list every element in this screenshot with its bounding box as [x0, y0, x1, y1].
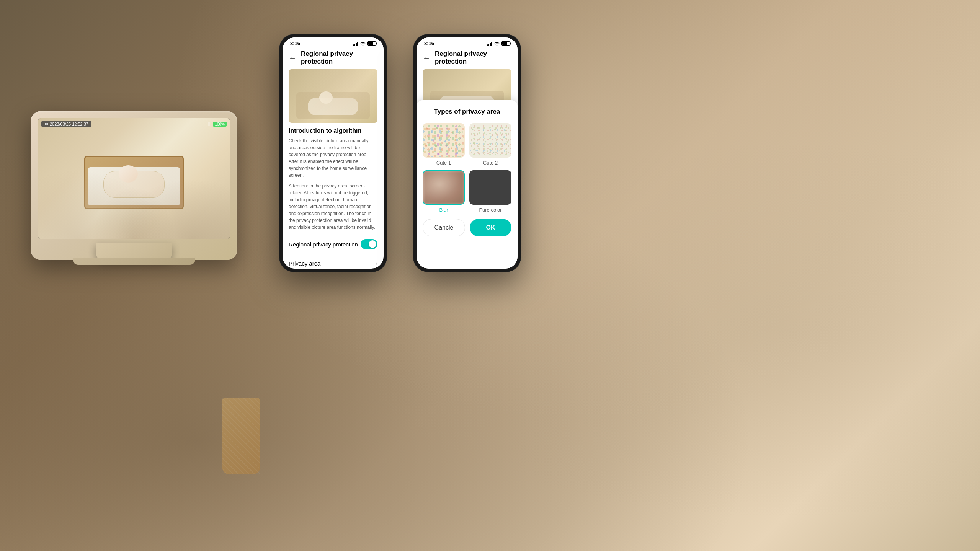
svg-point-16 — [454, 139, 456, 141]
svg-point-9 — [456, 128, 458, 130]
blur-label: Blur — [439, 207, 448, 213]
svg-text:✿: ✿ — [487, 150, 488, 152]
battery-icon — [368, 41, 376, 46]
dialog-title: Types of privacy area — [423, 108, 511, 116]
svg-text:♦: ♦ — [495, 141, 497, 144]
phone-right-header: ← Regional privacy protection — [416, 48, 518, 69]
display-camera-feed: 2023/03/25 12:52:37 ||| 100% — [38, 118, 230, 239]
signal-bars-right — [487, 41, 492, 46]
basket-decoration — [222, 398, 260, 474]
signal-bar-r3 — [490, 43, 491, 46]
svg-point-24 — [456, 145, 457, 147]
privacy-option-cute1[interactable]: Cute 1 — [423, 123, 465, 166]
phone-left-frame: 8:16 — [279, 34, 387, 272]
privacy-option-pure-color[interactable]: Pure color — [469, 170, 511, 213]
svg-text:♦: ♦ — [493, 151, 495, 154]
signal-bars — [353, 41, 358, 46]
phone-left-title: Regional privacy protection — [301, 50, 377, 65]
svg-point-19 — [430, 148, 432, 150]
svg-text:★: ★ — [481, 151, 483, 153]
svg-text:✿: ✿ — [494, 128, 496, 131]
svg-point-3 — [426, 127, 428, 129]
svg-text:✿: ✿ — [490, 143, 491, 145]
phone-right-screen: 8:16 — [416, 37, 518, 269]
svg-text:★: ★ — [472, 128, 474, 131]
privacy-area-label: Privacy area — [289, 260, 320, 267]
svg-rect-2 — [423, 125, 464, 156]
phone-left: 8:16 — [279, 34, 387, 272]
privacy-protection-label: Regional privacy protection — [289, 241, 358, 248]
svg-point-26 — [429, 152, 430, 154]
svg-text:✿: ✿ — [505, 151, 508, 153]
smart-display-screen: 2023/03/25 12:52:37 ||| 100% — [38, 118, 230, 239]
svg-text:♦: ♦ — [483, 129, 485, 132]
signal-bar-4 — [357, 42, 358, 46]
cancel-button[interactable]: Cancle — [423, 219, 465, 236]
phone-left-time: 8:16 — [290, 41, 300, 46]
phone-right-title: Regional privacy protection — [435, 50, 511, 65]
phone-left-screen: 8:16 — [283, 37, 384, 269]
battery-fill — [368, 42, 373, 45]
privacy-area-row[interactable]: Privacy area › — [289, 254, 377, 269]
display-status-bar: 2023/03/25 12:52:37 ||| 100% — [41, 121, 227, 127]
privacy-options-grid: Cute 1 ★ ✿ ♦ ★ ✿ — [423, 123, 511, 213]
svg-point-21 — [440, 149, 442, 150]
algorithm-body1: Check the visible picture area manually … — [289, 137, 377, 179]
cute2-label: Cute 2 — [483, 160, 498, 166]
svg-point-8 — [451, 132, 453, 134]
svg-text:★: ★ — [502, 136, 505, 139]
phone-left-header: ← Regional privacy protection — [283, 48, 384, 69]
camera-preview-wrapper — [283, 69, 384, 123]
svg-point-17 — [460, 137, 461, 139]
ok-button[interactable]: OK — [470, 219, 511, 236]
privacy-area-chevron: › — [375, 259, 377, 267]
phone-right-status-icons — [487, 41, 510, 46]
privacy-toggle-switch[interactable] — [361, 239, 377, 249]
svg-text:✿: ✿ — [491, 135, 493, 138]
privacy-protection-toggle-row[interactable]: Regional privacy protection — [289, 235, 377, 254]
dialog-buttons: Cancle OK — [423, 219, 511, 236]
svg-text:★: ★ — [501, 143, 503, 146]
svg-point-1 — [46, 123, 47, 125]
privacy-option-cute2[interactable]: ★ ✿ ♦ ★ ✿ ♦ ★ ✿ ♦ ★ ✿ ♦ — [469, 123, 511, 166]
algorithm-body2: Attention: In the privacy area, screen-r… — [289, 183, 377, 231]
svg-point-29 — [456, 152, 458, 154]
battery-badge: 100% — [213, 122, 227, 127]
pure-color-thumbnail — [469, 170, 511, 205]
svg-text:★: ★ — [485, 134, 487, 136]
svg-point-15 — [450, 137, 451, 138]
svg-point-12 — [433, 139, 434, 141]
timestamp-text: 2023/03/25 12:52:37 — [50, 122, 88, 126]
algorithm-title: Introduction to algorithm — [289, 127, 377, 134]
battery-icon-right — [501, 41, 510, 46]
svg-text:♦: ♦ — [475, 149, 476, 151]
back-button-right[interactable]: ← — [423, 54, 430, 62]
svg-text:✿: ✿ — [474, 134, 476, 137]
smart-display-device: 2023/03/25 12:52:37 ||| 100% — [31, 111, 245, 272]
svg-text:♦: ♦ — [497, 134, 498, 136]
phone-right: 8:16 — [413, 34, 521, 272]
privacy-option-blur[interactable]: Blur — [423, 170, 465, 213]
svg-point-23 — [451, 148, 452, 149]
preview-baby-scene — [289, 69, 377, 123]
signal-icon: ||| — [208, 122, 212, 126]
smart-display-body: 2023/03/25 12:52:37 ||| 100% — [31, 111, 237, 260]
pure-color-label: Pure color — [479, 207, 501, 213]
svg-point-28 — [447, 153, 449, 154]
svg-text:✿: ✿ — [473, 142, 475, 144]
signal-bar-2 — [354, 44, 355, 46]
svg-point-25 — [461, 148, 462, 150]
back-button[interactable]: ← — [289, 54, 296, 62]
svg-rect-30 — [470, 125, 511, 156]
cute1-pattern — [423, 124, 464, 157]
svg-text:✿: ✿ — [506, 140, 509, 143]
svg-text:♦: ♦ — [500, 127, 501, 129]
privacy-type-dialog: Types of privacy area — [416, 100, 518, 269]
svg-text:♦: ♦ — [480, 136, 481, 139]
svg-point-18 — [425, 145, 427, 147]
svg-text:✿: ✿ — [477, 127, 479, 129]
signal-bar-r4 — [491, 42, 492, 46]
phone-right-frame: 8:16 — [413, 34, 521, 272]
svg-point-13 — [439, 137, 441, 139]
wifi-icon-right — [494, 41, 500, 46]
